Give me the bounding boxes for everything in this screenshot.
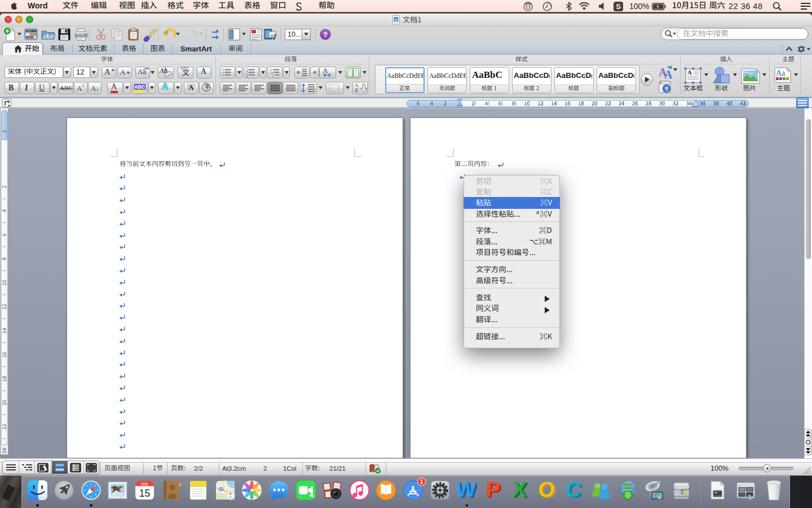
svg-text:W: W xyxy=(456,480,477,501)
svg-text:A: A xyxy=(687,69,692,76)
svg-text:P: P xyxy=(485,480,501,501)
svg-text:15: 15 xyxy=(139,488,150,499)
svg-text:10月: 10月 xyxy=(140,482,148,487)
svg-text:O: O xyxy=(537,480,556,501)
svg-text:X: X xyxy=(511,480,528,501)
svg-text:580: 580 xyxy=(219,488,223,491)
svg-text:C: C xyxy=(565,480,582,501)
svg-text:Aa: Aa xyxy=(776,69,785,77)
svg-text:i: i xyxy=(272,74,273,78)
svg-text:A: A xyxy=(664,68,673,80)
svg-text:¶: ¶ xyxy=(665,86,668,92)
svg-text:3: 3 xyxy=(246,74,248,78)
svg-text:a: a xyxy=(395,17,398,23)
